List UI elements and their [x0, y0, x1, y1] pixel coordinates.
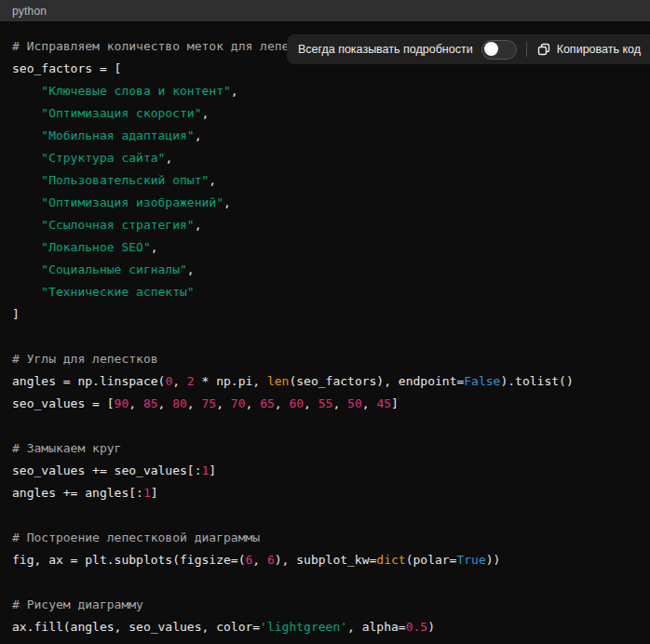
code-token: ] [12, 307, 20, 321]
code-token: , [151, 240, 158, 254]
code-token: False [464, 374, 500, 388]
code-token: 0.5 [406, 620, 427, 634]
code-token: 80 [172, 396, 187, 410]
code-line: angles += angles[:1] [12, 482, 638, 504]
code-token: , [195, 218, 202, 232]
code-token: # Замыкаем круг [12, 441, 121, 455]
code-token: angles += angles[: [12, 486, 143, 500]
code-token: seo_values = [ [12, 396, 115, 410]
code-token: len [267, 374, 289, 388]
code-token: ] [209, 463, 216, 477]
code-block-window: python # Исправляем количество меток для… [0, 0, 650, 644]
code-token: "Ключевые слова и контент" [41, 84, 231, 98]
code-token: 60 [289, 396, 304, 410]
code-token: 50 [347, 396, 362, 410]
code-token: , alpha= [347, 620, 406, 634]
code-token: (seo_factors), endpoint= [289, 374, 464, 388]
toolbar-divider [526, 42, 527, 57]
code-token: dict [376, 553, 405, 567]
code-line: "Пользовательский опыт", [12, 169, 638, 192]
code-token: "Мобильная адаптация" [41, 128, 194, 142]
code-line [12, 504, 638, 527]
code-token: , [202, 106, 210, 120]
always-show-details-label: Всегда показывать подробности [298, 43, 473, 56]
code-token: 65 [260, 396, 275, 410]
code-token: "Оптимизация изображений" [41, 195, 223, 209]
code-line [12, 571, 638, 594]
code-token: , [245, 396, 260, 410]
code-token: , [165, 151, 172, 165]
code-token: ] [151, 486, 158, 500]
code-token: "Ссылочная стратегия" [41, 218, 194, 232]
code-line: ax.fill(angles, seo_values, color='light… [12, 616, 638, 638]
code-token: # Углы для лепестков [12, 352, 158, 366]
code-token: , [332, 396, 347, 410]
code-line [12, 326, 638, 348]
code-token: ] [391, 396, 399, 410]
code-token: 90 [115, 396, 129, 410]
code-language-label: python [12, 5, 47, 18]
code-line: seo_values = [90, 85, 80, 75, 70, 65, 60… [12, 393, 638, 415]
code-token: , [304, 396, 318, 410]
code-line: "Оптимизация изображений", [12, 192, 638, 214]
code-token: , [275, 396, 290, 410]
code-token: # Исправляем количество меток для лепест… [12, 39, 326, 53]
code-token: , [362, 396, 377, 410]
code-token: (polar= [406, 553, 457, 567]
code-token: 55 [318, 396, 333, 410]
code-line: fig, ax = plt.subplots(figsize=(6, 6), s… [12, 549, 638, 571]
code-token: ).tolist() [500, 374, 573, 388]
code-token: # Рисуем диаграмму [12, 597, 143, 611]
code-line: "Ключевые слова и контент", [12, 80, 638, 102]
code-line: # Замыкаем круг [12, 437, 638, 460]
code-token: , [252, 553, 267, 567]
code-token: , [172, 374, 187, 388]
code-token: ), subplot_kw= [275, 553, 377, 567]
code-toolbar: Всегда показывать подробности Копировать… [287, 34, 650, 64]
code-token: , [195, 128, 202, 142]
code-line: # Рисуем диаграмму [12, 594, 638, 616]
code-token: 2 [187, 374, 195, 388]
code-line: "Мобильная адаптация", [12, 125, 638, 147]
code-token [12, 240, 41, 254]
code-line: "Оптимизация скорости", [12, 102, 638, 125]
code-token [12, 151, 41, 165]
copy-code-button[interactable]: Копировать код [536, 42, 641, 57]
code-token: 1 [143, 486, 151, 500]
code-line: "Локальное SEO", [12, 236, 638, 259]
code-token: ax.fill(angles, seo_values, color= [12, 620, 260, 634]
code-token [12, 84, 41, 98]
code-block: # Исправляем количество меток для лепест… [0, 21, 650, 644]
code-token: "Социальные сигналы" [41, 262, 187, 276]
code-token: "Пользовательский опыт" [41, 173, 209, 187]
code-token [12, 218, 41, 232]
code-token [12, 173, 41, 187]
code-line: seo_values += seo_values[:1] [12, 460, 638, 482]
always-show-details-toggle[interactable] [481, 40, 517, 60]
code-line: ] [12, 303, 638, 326]
code-token: 85 [143, 396, 158, 410]
toggle-knob [484, 42, 498, 56]
code-token [12, 262, 41, 276]
code-line: "Технические аспекты" [12, 281, 638, 303]
code-token: , [129, 396, 143, 410]
code-token: "Технические аспекты" [41, 285, 194, 299]
code-token: "Оптимизация скорости" [41, 106, 201, 120]
copy-code-label: Копировать код [557, 43, 641, 56]
code-line: # Построение лепестковой диаграммы [12, 527, 638, 549]
code-token [12, 106, 41, 120]
code-token: , [223, 195, 231, 209]
code-token: 70 [231, 396, 246, 410]
code-token: 'lightgreen' [260, 620, 347, 634]
code-token: seo_values += seo_values[: [12, 463, 202, 477]
code-token: 75 [202, 396, 217, 410]
code-token [12, 195, 41, 209]
code-lines: # Исправляем количество меток для лепест… [12, 35, 638, 638]
code-token: 6 [267, 553, 275, 567]
code-token: , [209, 173, 216, 187]
code-token: fig, ax = plt.subplots(figsize=( [12, 553, 245, 567]
code-token [12, 285, 41, 299]
code-token: angles = np.linspace( [12, 374, 165, 388]
code-token: # Построение лепестковой диаграммы [12, 530, 260, 544]
code-line: "Ссылочная стратегия", [12, 214, 638, 236]
